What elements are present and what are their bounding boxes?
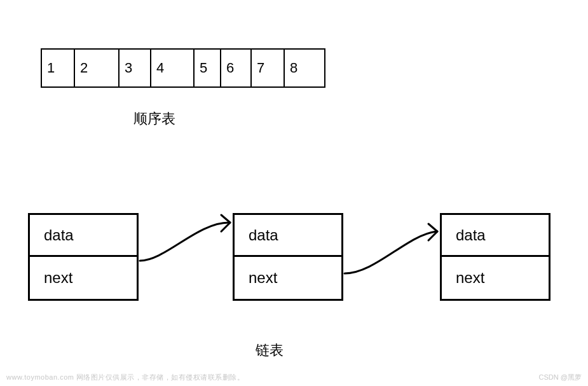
node-next: next <box>442 257 549 299</box>
node-next: next <box>235 257 341 299</box>
linked-label: 链表 <box>256 341 284 360</box>
watermark-right: CSDN @黑萝 <box>539 373 582 382</box>
linked-node: data next <box>440 213 550 301</box>
array-cell: 8 <box>284 48 325 88</box>
watermark-left: www.toymoban.com 网络图片仅供展示，非存储，如有侵权请联系删除。 <box>6 373 244 382</box>
array-row: 1 2 3 4 5 6 7 8 <box>41 48 325 88</box>
node-data: data <box>442 215 549 257</box>
node-data: data <box>235 215 341 257</box>
array-cell: 7 <box>250 48 285 88</box>
node-next: next <box>30 257 137 299</box>
array-cell: 3 <box>118 48 151 88</box>
array-cell: 1 <box>41 48 75 88</box>
array-cell: 5 <box>193 48 221 88</box>
linked-node: data next <box>28 213 139 301</box>
array-cell: 4 <box>150 48 195 88</box>
array-cell: 2 <box>74 48 120 88</box>
array-cell: 6 <box>220 48 252 88</box>
node-data: data <box>30 215 137 257</box>
array-label: 顺序表 <box>133 109 175 128</box>
linked-node: data next <box>233 213 343 301</box>
